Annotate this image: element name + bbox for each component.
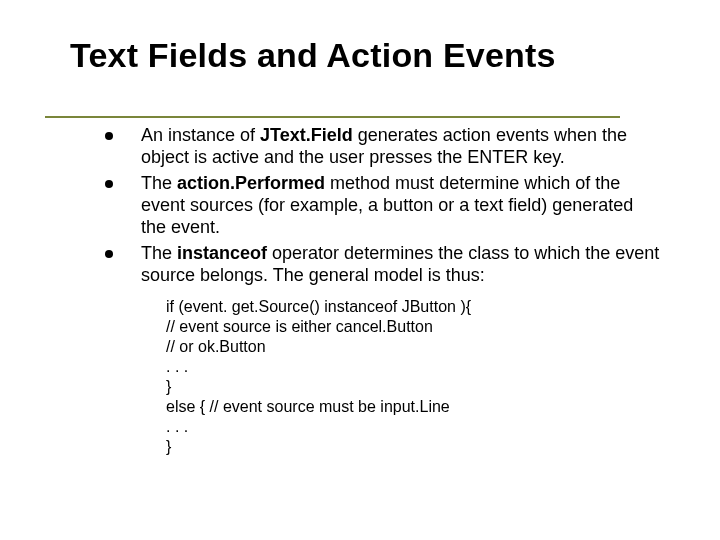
code-line: } (166, 377, 670, 397)
bullet-text-pre: An instance of (141, 125, 260, 145)
bullet-list: An instance of JText.Field generates act… (70, 125, 670, 287)
bullet-text-pre: The (141, 173, 177, 193)
bullet-text-bold: action.Performed (177, 173, 325, 193)
bullet-text-pre: The (141, 243, 177, 263)
bullet-text-bold: instanceof (177, 243, 267, 263)
code-block: if (event. get.Source() instanceof JButt… (166, 297, 670, 457)
code-line: // event source is either cancel.Button (166, 317, 670, 337)
code-line: } (166, 437, 670, 457)
bullet-text-bold: JText.Field (260, 125, 353, 145)
code-line: . . . (166, 417, 670, 437)
bullet-item: An instance of JText.Field generates act… (105, 125, 660, 169)
bullet-item: The instanceof operator determines the c… (105, 243, 660, 287)
code-line: if (event. get.Source() instanceof JButt… (166, 297, 670, 317)
title-underline (45, 116, 620, 118)
code-line: . . . (166, 357, 670, 377)
code-line: else { // event source must be input.Lin… (166, 397, 670, 417)
slide: Text Fields and Action Events An instanc… (0, 0, 720, 540)
slide-title: Text Fields and Action Events (70, 36, 670, 75)
bullet-item: The action.Performed method must determi… (105, 173, 660, 239)
code-line: // or ok.Button (166, 337, 670, 357)
